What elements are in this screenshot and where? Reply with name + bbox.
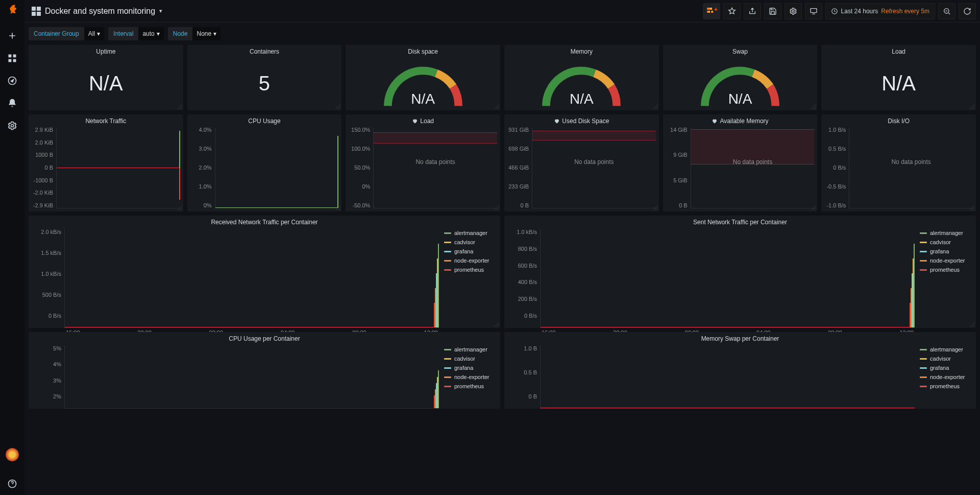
- configuration-icon[interactable]: [7, 121, 17, 131]
- legend-item[interactable]: alertmanager: [920, 346, 974, 352]
- no-data-text: No data points: [532, 158, 656, 166]
- panel-title: CPU Usage per Container: [29, 332, 500, 343]
- panel-title: Load: [821, 45, 976, 56]
- legend-item[interactable]: cadvisor: [444, 239, 498, 245]
- panel-title: CPU Usage: [187, 114, 342, 126]
- graph-panel[interactable]: CPU Usage per Container5%4%3%2%alertmana…: [29, 332, 500, 409]
- dashboards-icon[interactable]: [7, 53, 17, 63]
- legend: alertmanagercadvisorgrafananode-exporter…: [439, 227, 500, 328]
- legend-item[interactable]: grafana: [920, 248, 974, 254]
- graph-panel[interactable]: Sent Network Traffic per Container1.0 kB…: [504, 216, 976, 328]
- chevron-down-icon: ▾: [157, 30, 160, 37]
- legend-item[interactable]: grafana: [920, 365, 974, 371]
- add-panel-button[interactable]: +: [703, 3, 720, 19]
- svg-rect-2: [9, 59, 12, 62]
- plot-area[interactable]: [64, 345, 439, 409]
- panel-title: Memory Swap per Container: [504, 332, 976, 343]
- dashboard-title[interactable]: Docker and system monitoring ▾: [29, 5, 165, 18]
- legend-item[interactable]: grafana: [444, 248, 498, 254]
- panel-title: Available Memory: [663, 114, 818, 126]
- y-axis: 2.0 kB/s1.5 kB/s1.0 kB/s500 B/s0 B/s: [29, 227, 64, 328]
- svg-rect-0: [9, 55, 12, 58]
- y-axis: 14 GiB9 GiB5 GiB0 B: [663, 126, 691, 211]
- explore-icon[interactable]: [7, 76, 17, 86]
- stat-value: 5: [187, 56, 342, 110]
- graph-panel[interactable]: Received Network Traffic per Container2.…: [29, 216, 500, 328]
- legend-item[interactable]: cadvisor: [920, 356, 974, 362]
- legend-item[interactable]: prometheus: [444, 383, 498, 389]
- legend-item[interactable]: alertmanager: [444, 346, 498, 352]
- legend-item[interactable]: node-exporter: [444, 374, 498, 380]
- star-button[interactable]: [723, 3, 741, 19]
- y-axis: 1.0 kB/s800 B/s600 B/s400 B/s200 B/s0 B/…: [504, 227, 540, 328]
- y-axis: 931 GiB698 GiB466 GiB233 GiB0 B: [504, 126, 532, 211]
- save-button[interactable]: [764, 3, 781, 19]
- graph-panel[interactable]: CPU Usage4.0%3.0%2.0%1.0%0%: [187, 114, 342, 211]
- stat-panel[interactable]: Containers5: [187, 45, 342, 110]
- var-interval[interactable]: Interval auto▾: [108, 27, 164, 40]
- template-variables: Container Group All▾ Interval auto▾ Node…: [24, 22, 980, 45]
- legend-item[interactable]: node-exporter: [920, 374, 974, 380]
- var-container-group[interactable]: Container Group All▾: [29, 27, 104, 40]
- plot-area[interactable]: 16:0020:0000:0004:0008:0012:00: [540, 229, 915, 328]
- plot-area[interactable]: [56, 128, 180, 208]
- zoom-out-button[interactable]: [938, 3, 955, 19]
- legend-item[interactable]: alertmanager: [444, 230, 498, 236]
- panel-title: Disk space: [346, 45, 500, 56]
- plot-area[interactable]: [540, 345, 915, 409]
- legend-item[interactable]: prometheus: [920, 383, 974, 389]
- y-axis: 2.9 KiB2.0 KiB1000 B0 B-1000 B-2.0 KiB-2…: [29, 126, 56, 211]
- graph-panel[interactable]: Used Disk Space931 GiB698 GiB466 GiB233 …: [504, 114, 659, 211]
- y-axis: 5%4%3%2%: [29, 343, 64, 409]
- dashboard-title-text: Docker and system monitoring: [45, 7, 155, 16]
- y-axis: 150.0%100.0%50.0%0%-50.0%: [346, 126, 373, 211]
- legend-item[interactable]: prometheus: [444, 267, 498, 273]
- plus-icon[interactable]: [7, 31, 17, 41]
- stat-panel[interactable]: LoadN/A: [821, 45, 976, 110]
- graph-panel[interactable]: Load150.0%100.0%50.0%0%-50.0%No data poi…: [346, 114, 500, 211]
- clock-icon: [831, 8, 838, 15]
- legend-item[interactable]: prometheus: [920, 267, 974, 273]
- panel-title: Memory: [504, 45, 659, 56]
- plot-area[interactable]: No data points: [849, 128, 973, 208]
- plot-area[interactable]: No data points: [532, 128, 656, 208]
- stat-value: N/A: [29, 56, 183, 110]
- stat-panel[interactable]: MemoryN/A: [504, 45, 659, 110]
- stat-panel[interactable]: UptimeN/A: [29, 45, 183, 110]
- legend-item[interactable]: alertmanager: [920, 230, 974, 236]
- graph-panel[interactable]: Memory Swap per Container1.0 B0.5 B0 Bal…: [504, 332, 976, 409]
- plot-area[interactable]: [215, 128, 339, 208]
- svg-rect-8: [811, 8, 817, 12]
- svg-point-7: [792, 10, 794, 12]
- legend-item[interactable]: node-exporter: [920, 257, 974, 264]
- stat-panel[interactable]: Disk spaceN/A: [346, 45, 500, 110]
- settings-button[interactable]: [785, 3, 802, 19]
- y-axis: 4.0%3.0%2.0%1.0%0%: [187, 126, 215, 211]
- view-mode-button[interactable]: [805, 3, 822, 19]
- refresh-button[interactable]: [959, 3, 976, 19]
- legend-item[interactable]: node-exporter: [444, 257, 498, 264]
- legend-item[interactable]: cadvisor: [444, 356, 498, 362]
- help-icon[interactable]: [7, 479, 17, 489]
- legend-item[interactable]: grafana: [444, 365, 498, 371]
- y-axis: 1.0 B0.5 B0 B: [504, 343, 540, 409]
- panel-title: Swap: [663, 45, 818, 56]
- plot-area[interactable]: 16:0020:0000:0004:0008:0012:00: [64, 229, 439, 328]
- time-picker[interactable]: Last 24 hours Refresh every 5m: [825, 3, 935, 19]
- graph-panel[interactable]: Available Memory14 GiB9 GiB5 GiB0 BNo da…: [663, 114, 818, 211]
- user-avatar[interactable]: [6, 448, 19, 461]
- plot-area[interactable]: No data points: [373, 128, 497, 208]
- share-button[interactable]: [744, 3, 761, 19]
- graph-panel[interactable]: Disk I/O1.0 B/s0.5 B/s0 B/s-0.5 B/s-1.0 …: [821, 114, 976, 211]
- legend-item[interactable]: cadvisor: [920, 239, 974, 245]
- graph-panel[interactable]: Network Traffic2.9 KiB2.0 KiB1000 B0 B-1…: [29, 114, 183, 211]
- alerting-icon[interactable]: [7, 98, 17, 108]
- stat-panel[interactable]: SwapN/A: [663, 45, 818, 110]
- grafana-logo[interactable]: [5, 4, 19, 18]
- panel-title: Network Traffic: [29, 114, 183, 126]
- panel-title: Load: [346, 114, 500, 126]
- panel-title: Used Disk Space: [504, 114, 659, 126]
- gauge-value: N/A: [570, 91, 594, 107]
- var-node[interactable]: Node None▾: [168, 27, 220, 40]
- plot-area[interactable]: No data points: [691, 128, 815, 208]
